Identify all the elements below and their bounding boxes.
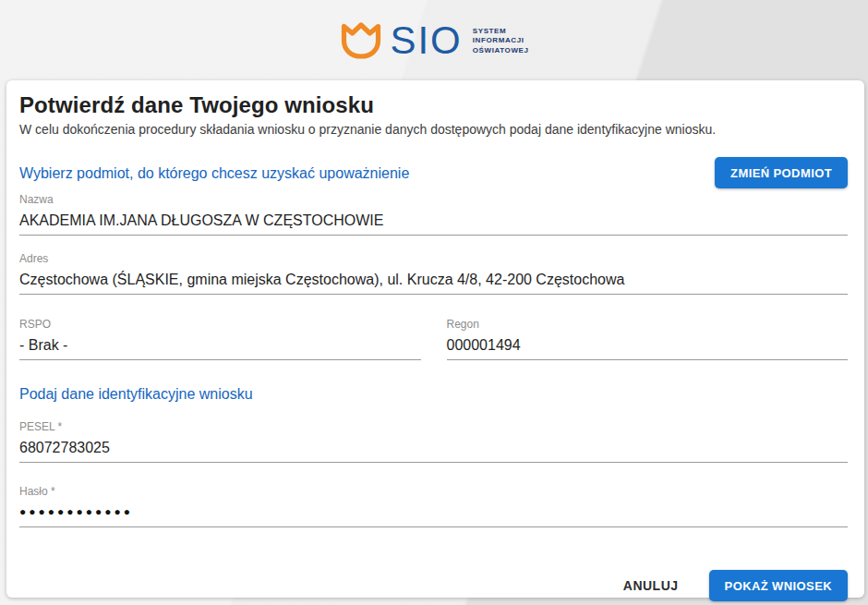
show-application-button[interactable]: POKAŻ WNIOSEK xyxy=(709,570,848,601)
page-title: Potwierdź dane Twojego wniosku xyxy=(19,92,848,118)
field-haslo: Hasło * xyxy=(19,486,848,527)
field-haslo-label: Hasło * xyxy=(19,486,848,497)
field-adres-value: Częstochowa (ŚLĄSKIE, gmina miejska Częs… xyxy=(19,271,848,288)
field-adres-label: Adres xyxy=(19,253,848,264)
field-pesel: PESEL * xyxy=(19,421,848,463)
change-entity-button[interactable]: ZMIEŃ PODMIOT xyxy=(715,157,848,188)
credentials-section-heading: Podaj dane identyfikacyjne wniosku xyxy=(19,385,848,403)
field-rspo-value: - Brak - xyxy=(19,336,421,354)
sio-logo: SIO SYSTEM INFORMACJI OŚWIATOWEJ xyxy=(339,19,528,62)
field-rspo-label: RSPO xyxy=(19,319,421,330)
logo-sio-text: SIO xyxy=(390,21,462,60)
app-header: SIO SYSTEM INFORMACJI OŚWIATOWEJ xyxy=(0,0,868,80)
pesel-input[interactable] xyxy=(19,439,848,456)
password-input[interactable] xyxy=(19,503,848,521)
field-regon-value: 000001494 xyxy=(447,336,849,354)
logo-caption-line: OŚWIATOWEJ xyxy=(473,46,529,56)
logo-caption-line: SYSTEM xyxy=(473,27,529,37)
field-regon-label: Regon xyxy=(447,319,849,330)
field-nazwa-label: Nazwa xyxy=(19,194,848,205)
field-rspo: RSPO - Brak - xyxy=(19,319,421,360)
entity-section-header: Wybierz podmiot, do którego chcesz uzysk… xyxy=(19,157,848,188)
field-nazwa-value: AKADEMIA IM.JANA DŁUGOSZA W CZĘSTOCHOWIE xyxy=(19,212,848,229)
field-regon: Regon 000001494 xyxy=(447,319,849,360)
entity-section-heading: Wybierz podmiot, do którego chcesz uzysk… xyxy=(19,164,409,182)
actions-row: ANULUJ POKAŻ WNIOSEK xyxy=(19,570,848,601)
rspo-regon-row: RSPO - Brak - Regon 000001494 xyxy=(19,319,848,360)
field-adres: Adres Częstochowa (ŚLĄSKIE, gmina miejsk… xyxy=(19,253,848,295)
field-pesel-label: PESEL * xyxy=(19,421,848,432)
open-book-icon xyxy=(339,18,383,62)
confirmation-card: Potwierdź dane Twojego wniosku W celu do… xyxy=(6,80,864,598)
field-nazwa: Nazwa AKADEMIA IM.JANA DŁUGOSZA W CZĘSTO… xyxy=(19,194,848,236)
logo-caption-line: INFORMACJI xyxy=(473,36,529,46)
page-subtitle: W celu dokończenia procedury składania w… xyxy=(19,122,848,137)
logo-caption: SYSTEM INFORMACJI OŚWIATOWEJ xyxy=(473,25,529,56)
cancel-button[interactable]: ANULUJ xyxy=(623,578,679,593)
